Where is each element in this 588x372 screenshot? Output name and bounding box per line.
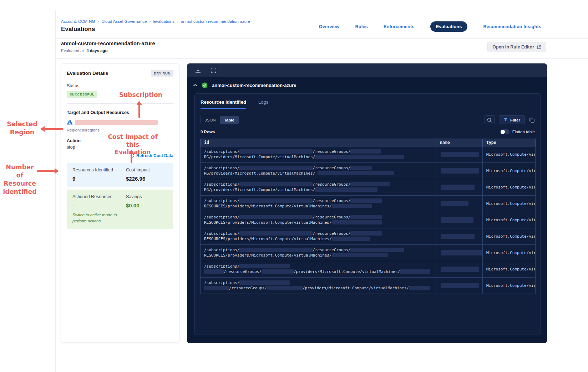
cost-impact-annotation-arrow — [131, 154, 132, 163]
evaluation-name-title: anmol-custom-recommendation-azure — [61, 41, 155, 46]
redacted-value — [239, 248, 313, 252]
id-path-text: /subscriptions/ — [204, 198, 239, 203]
id-path-line: RG/providers/Microsoft.Compute/virtualMa… — [204, 171, 432, 176]
type-cell: Microsoft.Compute/virtu — [483, 163, 535, 179]
results-table-body: /subscriptions//resourceGroups/RG/provid… — [200, 146, 536, 294]
redacted-value — [315, 155, 404, 159]
resource-count-annotation: Number ofResourceidentified — [3, 163, 37, 196]
tab-enforcements[interactable]: Enforcements — [384, 24, 415, 29]
redacted-name-value — [441, 152, 479, 157]
open-rule-editor-label: Open in Rule Editor — [492, 45, 534, 50]
id-path-text: /subscriptions/ — [204, 182, 239, 187]
evaluated-at: Evaluated at:4 days ago — [61, 48, 108, 53]
breadcrumb-separator: › — [177, 19, 178, 24]
id-path-line: /subscriptions//resourceGroups/ — [204, 248, 432, 253]
table-row: /subscriptions//resourceGroups/RG/provid… — [200, 146, 536, 163]
name-cell — [436, 179, 483, 195]
redacted-value — [409, 286, 430, 290]
view-toggle-table[interactable]: Table — [220, 116, 238, 124]
actioned-savings-card: Actioned Resources Savings - $0.00 Switc… — [67, 190, 173, 229]
tab-recommendation-insights[interactable]: Recommendation Insights — [483, 24, 541, 29]
redacted-value — [239, 166, 313, 170]
id-path-line: /subscriptions/ — [204, 264, 432, 269]
search-button[interactable] — [485, 115, 495, 124]
redacted-value — [239, 215, 313, 219]
tab-rules[interactable]: Rules — [355, 24, 368, 29]
status-label: Status — [67, 83, 173, 88]
tab-overview[interactable]: Overview — [319, 24, 340, 29]
id-path-line: /subscriptions//resourceGroups/ — [204, 215, 432, 220]
table-row: /subscriptions//resourceGroups/RG/provid… — [200, 179, 536, 196]
view-toggle-json[interactable]: JSON — [201, 116, 220, 124]
subscription-annotation: Subscription — [119, 91, 160, 98]
redacted-value — [350, 166, 372, 170]
id-cell: /subscriptions//resourceGroups/RESOURCES… — [201, 212, 436, 228]
filter-button[interactable]: Filter — [499, 115, 525, 124]
evaluation-details-heading: Evaluation Details — [67, 71, 108, 76]
success-check-icon — [202, 82, 208, 88]
tab-resources-identified[interactable]: Resources Identified — [201, 99, 246, 109]
evaluation-details-card: Evaluation Details DRY RUN Status SUCCES… — [61, 63, 179, 343]
id-path-text: /subscriptions/ — [204, 215, 239, 219]
table-row: /subscriptions//resourceGroups/RG/provid… — [200, 163, 536, 179]
tab-logs[interactable]: Logs — [258, 99, 268, 109]
actioned-resources-value: - — [72, 202, 126, 208]
subscription-redacted-value — [75, 120, 158, 125]
copy-icon[interactable] — [529, 117, 535, 123]
id-path-text: RESOURCES/providers/Microsoft.Compute/vi… — [204, 204, 332, 208]
type-value: Microsoft.Compute/virtu — [486, 152, 535, 157]
redacted-name-value — [441, 234, 475, 239]
content-left-divider — [55, 10, 56, 372]
external-link-icon — [537, 45, 541, 49]
redacted-value — [239, 198, 313, 203]
redacted-value — [315, 187, 377, 192]
type-value: Microsoft.Compute/virtu — [486, 283, 535, 288]
page-title: Evaluations — [61, 26, 95, 33]
tab-evaluations[interactable]: Evaluations — [430, 21, 468, 32]
breadcrumb-link-evaluations[interactable]: Evaluations — [153, 19, 174, 24]
redacted-name-value — [441, 185, 475, 190]
id-path-text: RESOURCES/providers/Microsoft.Compute/vi… — [204, 253, 332, 258]
id-path-line: /subscriptions//resourceGroups/ — [204, 231, 432, 237]
breadcrumb-link-account[interactable]: Account: CCM-NG — [61, 19, 95, 24]
selected-region-annotation-arrow — [44, 128, 63, 130]
download-icon[interactable] — [195, 68, 201, 73]
redacted-name-value — [441, 267, 479, 272]
redacted-value — [204, 269, 224, 274]
breadcrumb-link-current[interactable]: anmol-custom-recommendation-azure — [181, 19, 250, 24]
name-cell — [436, 163, 483, 179]
flatten-table-toggle[interactable] — [500, 129, 510, 134]
id-path-text: /resourceGroups/ — [313, 166, 350, 170]
fullscreen-icon[interactable] — [211, 68, 216, 73]
type-value: Microsoft.Compute/virtu — [486, 267, 535, 272]
name-cell — [436, 228, 483, 244]
type-value: Microsoft.Compute/virtu — [486, 250, 535, 255]
card-divider — [67, 103, 173, 104]
results-toolbar — [187, 63, 547, 77]
type-value: Microsoft.Compute/virtu — [486, 234, 535, 239]
redacted-name-value — [441, 283, 479, 288]
resource-count-annotation-arrowhead — [55, 168, 59, 174]
redacted-name-value — [441, 168, 479, 174]
name-cell — [436, 212, 483, 228]
redacted-value — [332, 204, 372, 208]
id-path-line: RESOURCES/providers/Microsoft.Compute/vi… — [204, 237, 432, 242]
identified-cost-card: Resources Identified Cost Impact 9 $226.… — [67, 163, 173, 187]
redacted-value — [318, 171, 394, 175]
breadcrumb-link-governance[interactable]: Cloud Asset Governance — [101, 19, 147, 24]
id-path-line: /resourceGroups//providers/Microsoft.Com… — [204, 269, 432, 275]
table-row: /subscriptions//resourceGroups/RESOURCES… — [200, 245, 536, 261]
results-card: Resources Identified Logs JSON Table — [194, 93, 541, 335]
active-mode-note: Switch to active mode toperform actions — [72, 212, 168, 224]
evaluated-at-label: Evaluated at: — [61, 48, 85, 53]
id-path-text: /subscriptions/ — [204, 231, 239, 236]
redacted-value — [267, 286, 303, 290]
search-icon — [487, 118, 492, 123]
collapse-chevron-icon[interactable] — [193, 84, 197, 87]
id-path-text: /resourceGroups/ — [313, 215, 350, 219]
table-row: /subscriptions//resourceGroups/RESOURCES… — [200, 196, 536, 212]
id-path-text: RESOURCES/providers/Microsoft.Compute/vi… — [204, 220, 332, 225]
open-rule-editor-button[interactable]: Open in Rule Editor — [487, 42, 546, 52]
azure-icon — [67, 120, 73, 125]
table-header: id name type — [200, 139, 536, 146]
